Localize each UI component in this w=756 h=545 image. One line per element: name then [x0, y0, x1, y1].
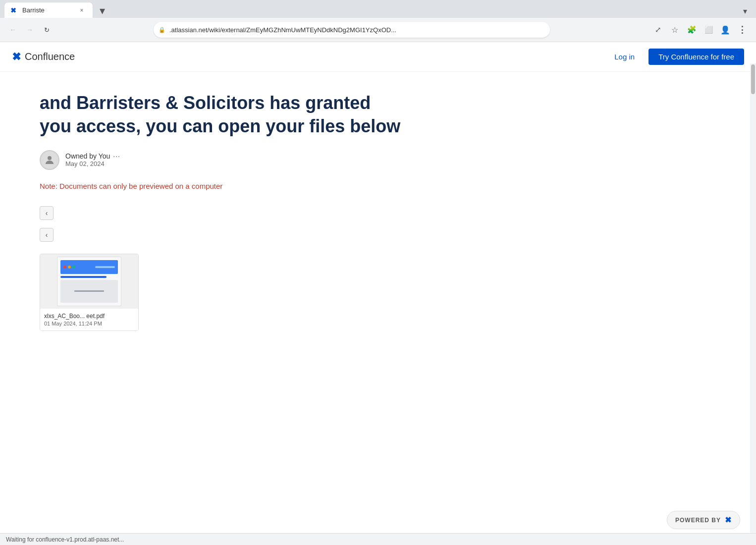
address-text: .atlassian.net/wiki/external/ZmEyMGZhNmU…: [169, 26, 396, 34]
page-title: and Barristers & Solicitors has granted …: [40, 92, 555, 138]
collapsed-section-1: ‹: [40, 206, 555, 220]
browser-action-icons: ⤢ ☆ 🧩 ⬜ 👤 ⋮: [650, 22, 750, 38]
meta-info: Owned by You ··· May 02, 2024: [65, 152, 120, 167]
browser-scrollbar[interactable]: [750, 63, 756, 533]
window-icon-button[interactable]: ⬜: [701, 22, 716, 38]
profile-icon-button[interactable]: 👤: [717, 22, 733, 38]
extension-icon-button[interactable]: 🧩: [684, 22, 700, 38]
file-info: xlxs_AC_Boo... eet.pdf 01 May 2024, 11:2…: [40, 309, 138, 330]
file-card[interactable]: xlxs_AC_Boo... eet.pdf 01 May 2024, 11:2…: [40, 254, 139, 331]
confluence-header: ✖ Confluence Log in Try Confluence for f…: [0, 42, 756, 72]
browser-chrome: ✖ Barriste × ▾ ▾ ← → ↻ 🔒 .atlassian.net/…: [0, 0, 756, 42]
back-button[interactable]: ←: [6, 23, 20, 37]
avatar: [40, 150, 59, 170]
lock-icon: 🔒: [159, 27, 165, 33]
login-button[interactable]: Log in: [606, 49, 643, 65]
dot-green: [72, 266, 75, 269]
tab-title: Barriste: [22, 6, 73, 14]
dot-yellow: [68, 266, 71, 269]
note-text: Note: Documents can only be previewed on…: [40, 182, 555, 190]
forward-button[interactable]: →: [23, 23, 37, 37]
bookmark-icon-button[interactable]: ☆: [667, 22, 683, 38]
files-section: xlxs_AC_Boo... eet.pdf 01 May 2024, 11:2…: [40, 254, 555, 331]
status-text: Waiting for confluence-v1.prod.atl-paas.…: [6, 536, 124, 543]
confluence-logo-text: Confluence: [25, 51, 75, 62]
status-bar: Waiting for confluence-v1.prod.atl-paas.…: [0, 533, 756, 545]
thumb-line: [74, 290, 104, 292]
confluence-logo[interactable]: ✖ Confluence: [12, 51, 75, 63]
confluence-logo-icon: ✖: [12, 51, 21, 63]
share-icon-button[interactable]: ⤢: [650, 22, 666, 38]
reload-button[interactable]: ↻: [40, 23, 54, 37]
thumb-bar: [95, 266, 115, 268]
scrollbar-thumb: [751, 64, 755, 94]
page-meta: Owned by You ··· May 02, 2024: [40, 150, 555, 170]
meta-date: May 02, 2024: [65, 160, 120, 167]
address-bar-row: ← → ↻ 🔒 .atlassian.net/wiki/external/ZmE…: [0, 18, 756, 42]
browser-tab-active[interactable]: ✖ Barriste ×: [4, 2, 93, 18]
meta-owner: Owned by You ···: [65, 152, 120, 160]
tab-bar: ✖ Barriste × ▾ ▾: [0, 0, 756, 18]
dot-red: [63, 266, 66, 269]
menu-icon-button[interactable]: ⋮: [734, 22, 750, 38]
tab-favicon: ✖: [10, 6, 18, 14]
meta-options-button[interactable]: ···: [113, 152, 120, 160]
address-input[interactable]: 🔒 .atlassian.net/wiki/external/ZmEyMGZhN…: [154, 22, 550, 38]
powered-by-icon: ✖: [725, 515, 732, 525]
file-thumbnail: [40, 254, 138, 309]
new-tab-button[interactable]: ▾: [95, 4, 109, 18]
powered-by-badge[interactable]: POWERED BY ✖: [667, 511, 740, 529]
collapsed-section-2: ‹: [40, 228, 555, 242]
thumb-bar-2: [60, 276, 107, 278]
tab-list-button[interactable]: ▾: [738, 4, 752, 18]
file-date: 01 May 2024, 11:24 PM: [44, 321, 134, 327]
header-actions: Log in Try Confluence for free: [606, 49, 744, 65]
collapse-button-2[interactable]: ‹: [40, 228, 54, 242]
page-content: and Barristers & Solicitors has granted …: [0, 72, 594, 351]
try-confluence-button[interactable]: Try Confluence for free: [648, 49, 744, 65]
file-name: xlxs_AC_Boo... eet.pdf: [44, 313, 134, 320]
svg-point-0: [48, 156, 52, 160]
tab-close-button[interactable]: ×: [77, 5, 87, 15]
collapse-button-1[interactable]: ‹: [40, 206, 54, 220]
nav-controls: ← → ↻: [6, 23, 54, 37]
thumb-box: [60, 280, 118, 303]
powered-by-label: POWERED BY: [675, 517, 721, 524]
